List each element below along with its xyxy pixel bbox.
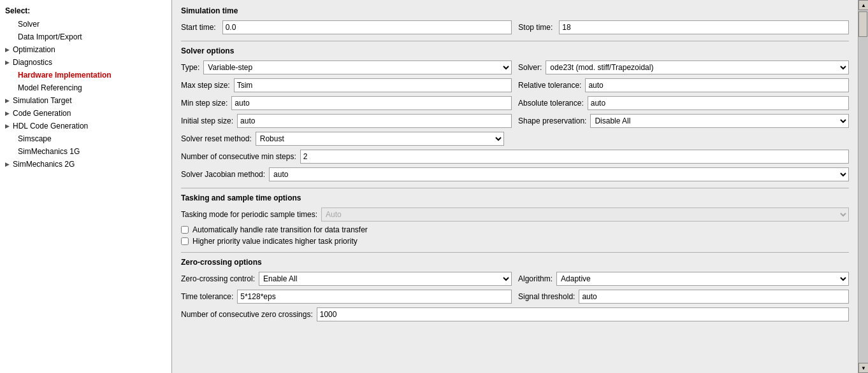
jacobian-select[interactable]: auto sparse full	[269, 167, 849, 181]
tasking-mode-select[interactable]: Auto SingleTasking MultiTasking	[321, 208, 849, 222]
solver-options-title: Solver options	[181, 46, 849, 55]
stop-time-input[interactable]	[559, 20, 849, 34]
max-step-pair: Max step size:	[181, 78, 512, 92]
abs-tol-pair: Absolute tolerance:	[518, 96, 849, 110]
min-step-input[interactable]	[231, 96, 512, 110]
shape-pres-select[interactable]: Disable All Enable All	[590, 114, 849, 128]
consec-zero-row: Number of consecutive zero crossings:	[181, 307, 849, 321]
sidebar-item-2[interactable]: ▶Optimization	[0, 43, 171, 56]
consec-zero-input[interactable]	[317, 307, 849, 321]
jacobian-label: Solver Jacobian method:	[181, 170, 265, 179]
max-step-input[interactable]	[234, 78, 512, 92]
solver-select[interactable]: ode23t (mod. stiff/Trapezoidal) ode45 od…	[546, 60, 849, 74]
sidebar-item-10[interactable]: SimMechanics 1G	[0, 145, 171, 158]
main-content: Simulation time Start time: Stop time: S…	[172, 0, 858, 373]
expand-arrow-icon: ▶	[5, 110, 11, 116]
sidebar-item-label: SimMechanics 2G	[13, 160, 75, 169]
scrollbar-track[interactable]	[858, 10, 868, 363]
sidebar-item-1[interactable]: Data Import/Export	[0, 31, 171, 43]
sidebar-item-label: Solver	[18, 20, 40, 29]
start-time-label: Start time:	[181, 23, 216, 32]
tasking-title: Tasking and sample time options	[181, 194, 849, 202]
divider-2	[181, 188, 849, 188]
scroll-down-button[interactable]: ▼	[858, 363, 868, 373]
zc-control-label: Zero-crossing control:	[181, 274, 255, 283]
time-row: Start time: Stop time:	[181, 20, 849, 34]
divider-3	[181, 252, 849, 253]
sidebar-item-4[interactable]: Hardware Implementation	[0, 69, 171, 81]
zc-control-select[interactable]: Enable All Disable All Use local setting…	[259, 272, 512, 286]
signal-thresh-label: Signal threshold:	[518, 292, 575, 301]
rel-tol-label: Relative tolerance:	[518, 81, 581, 90]
sidebar-item-7[interactable]: ▶Code Generation	[0, 107, 171, 120]
min-abs-row: Min step size: Absolute tolerance:	[181, 96, 849, 110]
zero-crossing-title: Zero-crossing options	[181, 258, 849, 267]
type-select[interactable]: Variable-step Fixed-step	[203, 60, 512, 74]
higher-priority-checkbox[interactable]	[181, 237, 189, 245]
sidebar-item-label: HDL Code Generation	[13, 122, 88, 130]
sidebar-title: Select:	[0, 4, 171, 18]
expand-arrow-icon: ▶	[5, 123, 11, 129]
algorithm-pair: Algorithm: Adaptive Nonadaptive	[518, 272, 849, 286]
abs-tol-label: Absolute tolerance:	[518, 99, 584, 108]
scrollbar[interactable]: ▲ ▼	[858, 0, 868, 373]
time-tol-label: Time tolerance:	[181, 292, 233, 301]
algorithm-select[interactable]: Adaptive Nonadaptive	[556, 272, 849, 286]
sidebar-items: SolverData Import/Export▶Optimization▶Di…	[0, 18, 171, 171]
sidebar-item-label: Data Import/Export	[18, 32, 82, 41]
zc-control-pair: Zero-crossing control: Enable All Disabl…	[181, 272, 512, 286]
sidebar-item-9[interactable]: Simscape	[0, 132, 171, 145]
sidebar-item-11[interactable]: ▶SimMechanics 2G	[0, 158, 171, 171]
solver-label: Solver:	[518, 63, 542, 72]
expand-arrow-icon: ▶	[5, 59, 11, 66]
higher-priority-label: Higher priority value indicates higher t…	[192, 237, 358, 246]
time-tol-pair: Time tolerance:	[181, 290, 512, 304]
solver-pair: Solver: ode23t (mod. stiff/Trapezoidal) …	[518, 60, 849, 74]
expand-arrow-icon: ▶	[5, 46, 11, 53]
init-step-input[interactable]	[237, 114, 512, 128]
sidebar-item-label: Hardware Implementation	[18, 71, 112, 80]
auto-handle-checkbox[interactable]	[181, 226, 189, 234]
scrollbar-thumb[interactable]	[858, 11, 867, 37]
sidebar-item-label: Diagnostics	[13, 58, 52, 67]
max-rel-row: Max step size: Relative tolerance:	[181, 78, 849, 92]
sidebar-item-5[interactable]: Model Referencing	[0, 81, 171, 94]
init-shape-row: Initial step size: Shape preservation: D…	[181, 114, 849, 128]
sidebar-item-8[interactable]: ▶HDL Code Generation	[0, 120, 171, 132]
sidebar-item-0[interactable]: Solver	[0, 18, 171, 31]
tasking-mode-row: Tasking mode for periodic sample times: …	[181, 208, 849, 222]
start-time-input[interactable]	[222, 20, 512, 34]
sidebar-item-label: Simulation Target	[13, 96, 72, 105]
init-step-pair: Initial step size:	[181, 114, 512, 128]
consec-min-input[interactable]	[300, 150, 849, 164]
min-step-label: Min step size:	[181, 99, 228, 108]
max-step-label: Max step size:	[181, 81, 230, 90]
type-solver-row: Type: Variable-step Fixed-step Solver: o…	[181, 60, 849, 74]
sidebar-item-label: Model Referencing	[18, 83, 82, 92]
solver-reset-label: Solver reset method:	[181, 134, 252, 143]
consec-min-row: Number of consecutive min steps:	[181, 150, 849, 164]
abs-tol-input[interactable]	[588, 96, 849, 110]
sidebar-item-3[interactable]: ▶Diagnostics	[0, 56, 171, 69]
sidebar-item-label: Simscape	[18, 134, 52, 143]
sidebar-item-label: Optimization	[13, 45, 55, 54]
divider-1	[181, 41, 849, 41]
signal-thresh-input[interactable]	[579, 290, 849, 304]
shape-pres-label: Shape preservation:	[518, 116, 586, 125]
type-label: Type:	[181, 63, 199, 72]
rel-tol-input[interactable]	[585, 78, 849, 92]
sidebar-item-6[interactable]: ▶Simulation Target	[0, 94, 171, 107]
solver-reset-select[interactable]: Robust Fast	[256, 132, 504, 146]
sidebar: Select: SolverData Import/Export▶Optimiz…	[0, 0, 172, 373]
zc-algo-row: Zero-crossing control: Enable All Disabl…	[181, 272, 849, 286]
time-tol-input[interactable]	[237, 290, 512, 304]
expand-arrow-icon: ▶	[5, 97, 11, 104]
expand-arrow-icon: ▶	[5, 161, 11, 167]
higher-priority-row: Higher priority value indicates higher t…	[181, 237, 849, 246]
min-step-pair: Min step size:	[181, 96, 512, 110]
scroll-up-button[interactable]: ▲	[858, 0, 868, 10]
shape-pres-pair: Shape preservation: Disable All Enable A…	[518, 114, 849, 128]
sidebar-item-label: Code Generation	[13, 109, 71, 118]
algorithm-label: Algorithm:	[518, 274, 553, 283]
init-step-label: Initial step size:	[181, 116, 233, 125]
